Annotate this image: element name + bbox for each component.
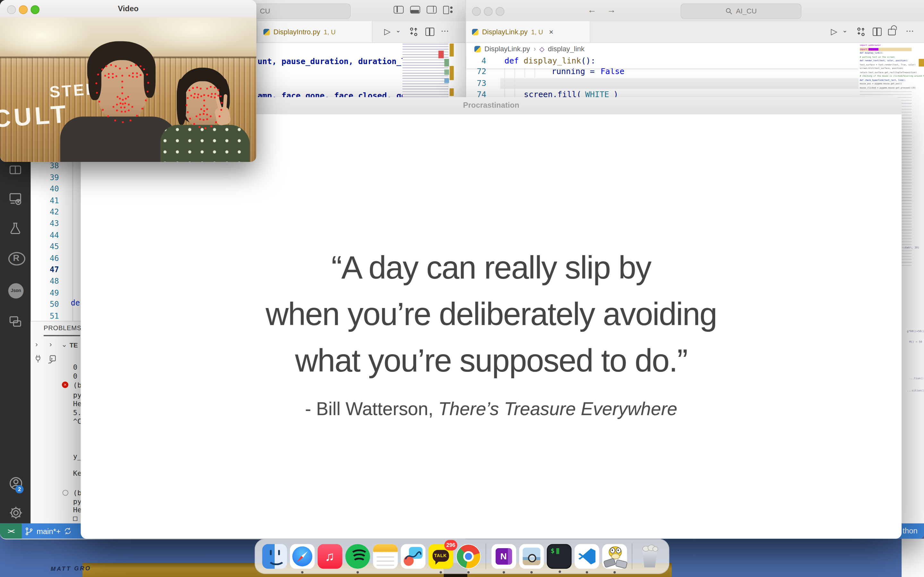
kakao-talk-bubble: TALK bbox=[432, 550, 449, 562]
settings-gear-icon[interactable] bbox=[8, 505, 24, 521]
dock-trash-icon[interactable] bbox=[637, 544, 662, 569]
dock-spotify-icon[interactable] bbox=[345, 544, 370, 569]
json-extension-icon[interactable]: Json bbox=[8, 283, 24, 298]
minimize-button[interactable] bbox=[19, 5, 28, 15]
procrastination-window[interactable]: Procrastination “A day can really slip b… bbox=[81, 97, 902, 539]
editor-layout-icon[interactable] bbox=[8, 163, 23, 177]
pending-circle-icon bbox=[63, 490, 68, 496]
right-window-titlebar[interactable]: ← → AI_CU bbox=[466, 0, 924, 22]
run-dropdown-icon[interactable]: ⌄ bbox=[842, 27, 848, 33]
dock-chrome-icon[interactable] bbox=[456, 544, 481, 569]
minimap-fragment: .txt', 30) bbox=[903, 246, 919, 249]
close-button[interactable] bbox=[7, 5, 16, 15]
minimize-button[interactable] bbox=[484, 7, 493, 16]
terminal-line: (b bbox=[73, 381, 82, 389]
remote-explorer-icon[interactable] bbox=[8, 191, 23, 205]
dock-kakaotalk-icon[interactable]: TALK 296 bbox=[428, 544, 453, 569]
terminal-line: py bbox=[73, 498, 82, 506]
terminal-line: (b bbox=[73, 488, 82, 497]
function-name: display_link bbox=[523, 56, 581, 65]
live-preview-icon[interactable] bbox=[8, 314, 23, 329]
breadcrumb-symbol[interactable]: display_link bbox=[548, 45, 585, 53]
git-branch-status[interactable]: main*+ bbox=[25, 524, 72, 539]
zoom-button[interactable] bbox=[31, 5, 40, 15]
command-center-search[interactable]: AI_CU bbox=[680, 3, 801, 19]
split-editor-icon[interactable] bbox=[425, 27, 435, 36]
video-window[interactable]: Video STEEP CULT bbox=[0, 0, 256, 162]
person-2-body bbox=[160, 125, 250, 162]
dock-onenote-icon[interactable]: N bbox=[491, 544, 516, 569]
chevron-right-icon[interactable]: › bbox=[49, 340, 52, 349]
line-number-active: 47 bbox=[39, 264, 59, 276]
dock-terminal-icon[interactable]: $ bbox=[547, 544, 572, 569]
line-number: 40 bbox=[39, 183, 59, 195]
nav-forward-icon[interactable]: → bbox=[607, 5, 616, 15]
more-actions-icon[interactable]: ⋯ bbox=[441, 27, 449, 35]
sync-icon[interactable] bbox=[63, 527, 72, 535]
attribution-author: - Bill Watterson, bbox=[305, 398, 439, 419]
dock-vscode-icon[interactable] bbox=[574, 544, 599, 569]
dock-music-icon[interactable]: ♫ bbox=[317, 544, 342, 569]
line-number: 49 bbox=[39, 287, 59, 298]
compare-changes-icon[interactable] bbox=[409, 27, 418, 36]
breadcrumb-file[interactable]: DisplayLink.py bbox=[485, 45, 530, 53]
person-1-hair-side bbox=[144, 59, 156, 98]
indent-guide bbox=[73, 160, 73, 321]
chevron-down-icon[interactable]: ⌄ bbox=[61, 340, 67, 349]
tab-displayintro[interactable]: DisplayIntro.py 1, U bbox=[257, 21, 373, 42]
dock-preview-icon[interactable] bbox=[519, 544, 543, 569]
wallpaper-signature: MATT GRO bbox=[51, 565, 91, 572]
vscode-logo bbox=[577, 546, 596, 566]
terminal-prompt-glyph: $ bbox=[551, 547, 554, 554]
toggle-panel-icon[interactable] bbox=[410, 6, 420, 13]
chevron-right-icon[interactable]: › bbox=[35, 340, 37, 349]
code-line[interactable]: unt, pause_duration, duration_li bbox=[258, 56, 403, 66]
branch-name: main*+ bbox=[37, 527, 61, 536]
line-number: 41 bbox=[39, 195, 59, 206]
onenote-letter: N bbox=[495, 548, 512, 564]
nav-back-icon[interactable]: ← bbox=[588, 5, 596, 15]
run-button[interactable]: ▷ bbox=[831, 27, 837, 35]
sticky-scroll-header[interactable]: 4 def display_link(): bbox=[466, 54, 859, 68]
compare-changes-icon[interactable] bbox=[856, 27, 866, 36]
code-line-73[interactable]: 73 bbox=[466, 77, 859, 89]
more-actions-icon[interactable]: ⋯ bbox=[906, 27, 914, 35]
dock-finder-icon[interactable] bbox=[262, 544, 286, 569]
minimap-error-block bbox=[439, 51, 444, 58]
plug-icon[interactable] bbox=[34, 355, 43, 364]
split-editor-icon[interactable] bbox=[873, 27, 882, 36]
person-2-face bbox=[184, 81, 222, 128]
run-dropdown-icon[interactable]: ⌄ bbox=[395, 27, 401, 33]
remote-indicator[interactable]: >< bbox=[0, 524, 22, 539]
terminal-line: y_ bbox=[73, 452, 82, 461]
dock-openemu-icon[interactable] bbox=[602, 544, 627, 569]
code-fragment[interactable]: de bbox=[71, 298, 80, 308]
r-language-icon[interactable]: R bbox=[8, 252, 25, 266]
breadcrumb[interactable]: DisplayLink.py › ◇ display_link bbox=[475, 44, 585, 54]
running-indicator bbox=[613, 571, 615, 574]
command-center-search[interactable]: CU bbox=[247, 3, 351, 19]
dock-notes-icon[interactable] bbox=[373, 544, 397, 569]
debug-console-icon[interactable] bbox=[47, 355, 57, 364]
unlock-icon[interactable] bbox=[888, 29, 896, 35]
tab-close-icon[interactable]: × bbox=[549, 27, 553, 36]
test-beaker-icon[interactable] bbox=[8, 221, 23, 235]
dock-divider bbox=[485, 543, 486, 569]
toggle-secondary-sidebar-icon[interactable] bbox=[427, 6, 437, 13]
quote-line-1: “A day can really slip by bbox=[81, 249, 902, 285]
python-status-fragment[interactable]: thon bbox=[903, 526, 917, 535]
toggle-sidebar-icon[interactable] bbox=[394, 6, 404, 13]
dock-freeform-icon[interactable] bbox=[401, 544, 425, 569]
close-button[interactable] bbox=[472, 7, 481, 16]
minimap-git-decoration bbox=[449, 89, 454, 96]
tab-problems[interactable]: PROBLEMS bbox=[44, 324, 81, 332]
running-indicator bbox=[586, 571, 588, 574]
right-editor-tabbar[interactable]: DisplayLink.py 1, U × ▷ ⌄ ⋯ bbox=[466, 21, 924, 43]
run-button[interactable]: ▷ bbox=[384, 27, 391, 35]
tab-displaylink[interactable]: DisplayLink.py 1, U × bbox=[466, 21, 591, 42]
dock-safari-icon[interactable] bbox=[290, 544, 314, 569]
customize-layout-icon[interactable] bbox=[443, 6, 453, 13]
video-titlebar[interactable]: Video bbox=[0, 0, 256, 18]
dock[interactable]: ♫ TALK 296 N bbox=[254, 539, 669, 574]
zoom-button[interactable] bbox=[496, 7, 505, 16]
